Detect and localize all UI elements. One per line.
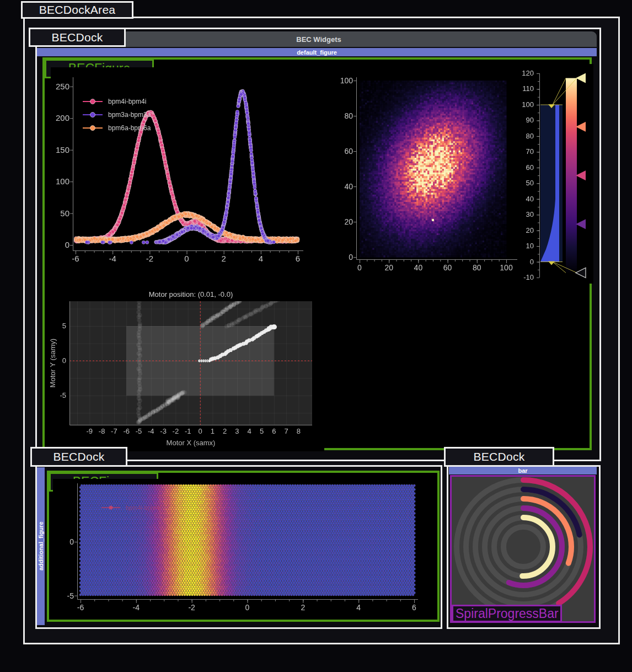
- bec-dock-area: BECDockArea BEC Widgets BECDock default_…: [0, 0, 632, 672]
- dock-bottom-right-label: BECDock: [444, 447, 554, 467]
- dock-bottom-left-title-bar[interactable]: additional_figure: [37, 467, 45, 625]
- colorbar-histogram-lut[interactable]: [517, 64, 593, 284]
- spiral-progress-rings: [452, 477, 594, 621]
- spiral-progress-label: SpiralProgressBar: [452, 605, 562, 622]
- motor-map-plot[interactable]: [49, 289, 324, 451]
- dock-top-label: BECDock: [29, 28, 126, 47]
- scatter-waveform-plot[interactable]: [53, 479, 436, 618]
- dock-bottom-right-title-bar[interactable]: bar: [449, 467, 597, 474]
- dock-area-label: BECDockArea: [21, 1, 133, 19]
- dock-top-title-bar[interactable]: default_figure: [37, 48, 597, 56]
- waveform-plot[interactable]: [51, 67, 315, 267]
- dock-bottom-left-label: BECDock: [30, 447, 127, 467]
- heatmap-plot[interactable]: [335, 64, 526, 273]
